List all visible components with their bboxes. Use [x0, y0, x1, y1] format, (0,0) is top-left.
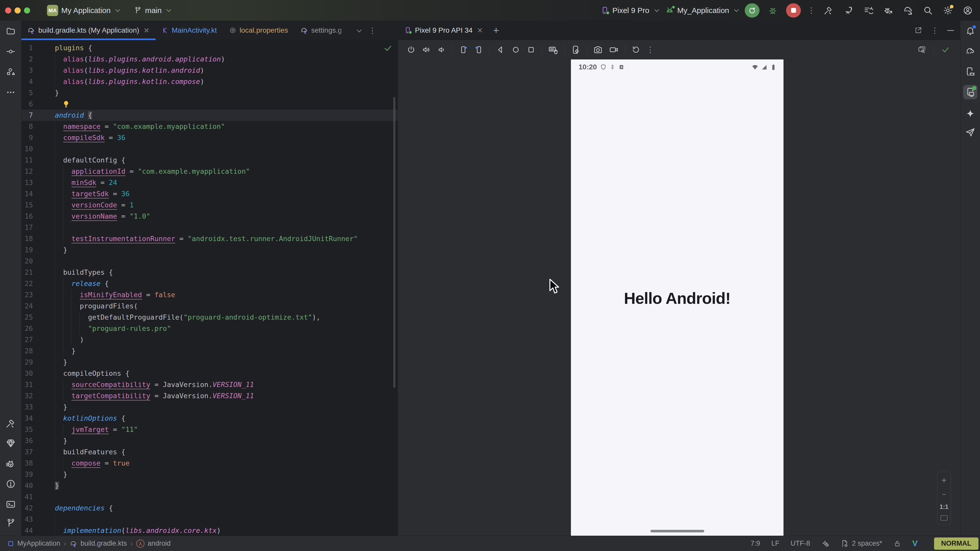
breadcrumb-item[interactable]: build.gradle.kts	[80, 540, 127, 548]
volume-down-icon[interactable]	[437, 45, 446, 54]
code-line[interactable]: 15 versionCode = 1	[21, 200, 398, 211]
hide-panel-icon[interactable]	[947, 30, 954, 31]
build-button[interactable]	[822, 4, 835, 17]
code-line[interactable]: 31 sourceCompatibility = JavaVersion.VER…	[21, 379, 398, 390]
unlocked-padlock-icon[interactable]	[894, 540, 901, 548]
gradle-sync-button[interactable]	[901, 4, 915, 17]
home-icon[interactable]	[511, 45, 520, 54]
gemini-disabled-icon[interactable]	[821, 540, 829, 548]
search-everywhere-button[interactable]	[921, 4, 935, 17]
caret-position[interactable]: 7:9	[751, 540, 760, 548]
code-line[interactable]: 19 }	[21, 245, 398, 256]
code-line[interactable]: 1plugins {	[21, 42, 398, 54]
maximize-window-button[interactable]	[24, 7, 30, 14]
editor-scrollbar[interactable]	[393, 97, 395, 388]
version-control-tool-button[interactable]	[3, 516, 18, 530]
zoom-to-fit-button[interactable]	[940, 515, 948, 521]
layout-inspector-icon[interactable]	[917, 45, 926, 54]
code-line[interactable]: 8 namespace = "com.example.myapplication…	[21, 121, 398, 132]
code-line[interactable]: 25 getDefaultProguardFile("proguard-andr…	[21, 312, 398, 323]
rerun-button[interactable]	[745, 3, 759, 17]
more-run-options-icon[interactable]: ⋮	[808, 6, 815, 15]
code-line[interactable]: 10	[21, 143, 398, 155]
emulator-screen[interactable]: 10:20 A Hello Android!	[571, 59, 783, 536]
gradle-tool-button[interactable]	[963, 44, 977, 59]
project-widget[interactable]: MA My Application	[47, 5, 119, 16]
terminal-tool-button[interactable]	[3, 497, 18, 511]
code-line[interactable]: 12 applicationId = "com.example.myapplic…	[21, 166, 398, 177]
notifications-button[interactable]	[963, 24, 977, 38]
tab-list-chevron-icon[interactable]	[357, 27, 362, 32]
code-line[interactable]: 33 }	[21, 402, 398, 413]
overview-icon[interactable]	[527, 45, 536, 54]
code-line[interactable]: 30 compileOptions {	[21, 368, 398, 379]
code-line[interactable]: 27 )	[21, 334, 398, 345]
problems-tool-button[interactable]	[3, 477, 18, 491]
code-line[interactable]: 21 buildTypes {	[21, 267, 398, 278]
code-line[interactable]: 29 }	[21, 357, 398, 368]
close-icon[interactable]: ✕	[143, 26, 149, 35]
code-line[interactable]: 41	[21, 491, 398, 503]
code-line[interactable]: 38 compose = true	[21, 457, 398, 469]
apply-code-changes-button[interactable]	[862, 4, 875, 17]
code-line[interactable]: 28 }	[21, 345, 398, 357]
tab-build-gradle-kts[interactable]: build.gradle.kts (My Application) ✕	[21, 21, 156, 40]
profile-button[interactable]	[961, 4, 974, 17]
code-line[interactable]: 11 defaultConfig {	[21, 155, 398, 166]
app-inspection-tool-button[interactable]	[3, 436, 18, 450]
code-line[interactable]: 4 alias(libs.plugins.kotlin.compose)	[21, 76, 398, 87]
code-line[interactable]: 32 targetCompatibility = JavaVersion.VER…	[21, 390, 398, 402]
close-window-button[interactable]	[5, 7, 11, 14]
build-tool-button[interactable]	[3, 416, 18, 430]
stop-button[interactable]	[786, 3, 801, 17]
code-line[interactable]: 24 proguardFiles(	[21, 300, 398, 312]
app-quality-insights-button[interactable]	[963, 125, 977, 139]
code-line[interactable]: 42dependencies {	[21, 503, 398, 514]
running-devices-button[interactable]	[963, 85, 977, 99]
tab-settings-gradle[interactable]: settings.g	[294, 21, 348, 40]
navigation-handle[interactable]	[650, 530, 704, 532]
reset-view-icon[interactable]	[631, 45, 640, 54]
code-line[interactable]: 17	[21, 222, 398, 233]
commit-tool-button[interactable]	[3, 44, 18, 59]
breadcrumb-item[interactable]: MyApplication	[18, 540, 60, 548]
attach-debugger-button[interactable]	[881, 4, 895, 17]
code-line[interactable]: 18 testInstrumentationRunner = "androidx…	[21, 233, 398, 245]
tab-mainactivity-kt[interactable]: MainActivity.kt	[156, 21, 223, 40]
debug-button[interactable]	[766, 4, 780, 17]
line-separator[interactable]: LF	[771, 540, 780, 548]
zoom-in-button[interactable]: +	[942, 475, 947, 485]
close-icon[interactable]: ✕	[477, 26, 483, 35]
project-tool-button[interactable]	[3, 24, 18, 38]
screen-record-icon[interactable]	[609, 45, 619, 55]
code-line[interactable]: 13 minSdk = 24	[21, 177, 398, 188]
code-line[interactable]: 2 alias(libs.plugins.android.application…	[21, 54, 398, 65]
code-line[interactable]: 44 implementation(libs.androidx.core.ktx…	[21, 525, 398, 536]
ideavim-icon[interactable]: V	[912, 539, 918, 548]
tab-options-icon[interactable]: ⋮	[369, 26, 376, 35]
code-line[interactable]: 14 targetSdk = 36	[21, 188, 398, 200]
device-settings-icon[interactable]	[571, 45, 581, 55]
file-encoding[interactable]: UTF-8	[791, 540, 810, 548]
volume-up-icon[interactable]	[422, 45, 431, 54]
rotate-left-icon[interactable]	[459, 45, 468, 54]
code-line[interactable]: 20	[21, 256, 398, 267]
back-icon[interactable]	[496, 45, 505, 54]
run-configuration-selector[interactable]: My_Application	[665, 6, 738, 15]
code-line[interactable]: 39 }	[21, 469, 398, 480]
inspections-ok-icon[interactable]	[383, 43, 393, 53]
rotate-right-icon[interactable]	[474, 45, 484, 54]
open-in-new-window-icon[interactable]	[914, 26, 922, 35]
code-line[interactable]: 43	[21, 514, 398, 525]
vim-mode-badge[interactable]: NORMAL	[934, 537, 978, 550]
code-line[interactable]: 16 versionName = "1.0"	[21, 211, 398, 222]
apply-changes-button[interactable]: A	[842, 4, 855, 17]
tab-pixel-9-pro-api-34[interactable]: Pixel 9 Pro API 34 ✕	[398, 26, 489, 35]
logcat-tool-button[interactable]	[3, 457, 18, 472]
settings-button[interactable]	[941, 4, 955, 17]
code-line[interactable]: 22 release {	[21, 278, 398, 289]
device-manager-button[interactable]	[963, 65, 977, 79]
minimize-window-button[interactable]	[14, 7, 21, 14]
device-selector[interactable]: Pixel 9 Pro	[600, 6, 658, 15]
indent-widget[interactable]: 2 spaces*	[841, 540, 882, 548]
